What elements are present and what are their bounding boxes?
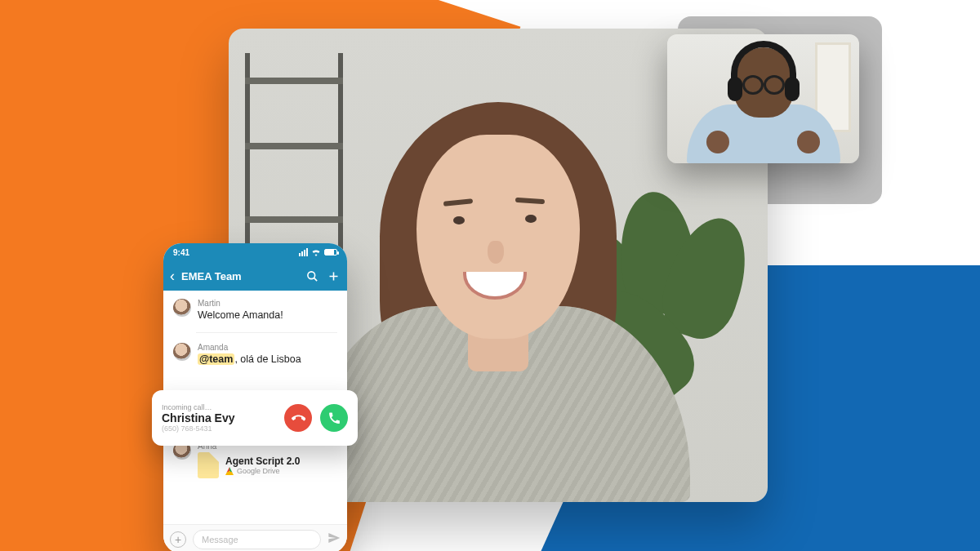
attach-button[interactable]: + xyxy=(170,531,186,548)
message-row: Anna Agent Script 2.0 Google Drive xyxy=(173,442,337,478)
message-text: @team, olá de Lisboa xyxy=(198,353,337,365)
message-sender: Amanda xyxy=(198,343,337,352)
incoming-call-label: Incoming call… xyxy=(162,403,276,411)
video-pip-tile[interactable] xyxy=(667,34,859,163)
battery-icon xyxy=(324,249,337,256)
add-icon[interactable] xyxy=(326,269,341,283)
file-source: Google Drive xyxy=(237,467,280,475)
avatar xyxy=(173,299,191,317)
message-text: Welcome Amanda! xyxy=(198,309,337,321)
mention-chip[interactable]: @team xyxy=(198,353,234,365)
search-icon[interactable] xyxy=(305,269,319,283)
divider xyxy=(196,332,337,333)
back-button[interactable]: ‹ xyxy=(170,269,175,283)
decline-call-button[interactable] xyxy=(284,404,312,432)
send-button[interactable] xyxy=(327,531,341,548)
signal-icon xyxy=(299,248,308,256)
chat-navbar: ‹ EMEA Team xyxy=(163,261,347,291)
message-composer: + Message xyxy=(163,524,347,551)
wifi-icon xyxy=(311,249,321,256)
file-title: Agent Script 2.0 xyxy=(225,455,300,467)
file-icon xyxy=(198,452,219,478)
accept-call-button[interactable] xyxy=(320,404,348,432)
message-input[interactable]: Message xyxy=(193,530,321,549)
avatar xyxy=(173,343,191,361)
status-bar: 9:41 xyxy=(163,243,347,261)
svg-point-0 xyxy=(307,271,314,278)
incoming-call-name: Christina Evy xyxy=(162,411,276,424)
message-row: Martin Welcome Amanda! xyxy=(173,299,337,321)
incoming-call-number: (650) 768-5431 xyxy=(162,424,276,433)
google-drive-icon xyxy=(225,467,234,475)
file-attachment[interactable]: Agent Script 2.0 Google Drive xyxy=(198,452,337,478)
svg-line-1 xyxy=(314,278,317,281)
message-sender: Martin xyxy=(198,299,337,308)
status-time: 9:41 xyxy=(173,248,189,257)
chat-title: EMEA Team xyxy=(181,270,298,282)
message-row: Amanda @team, olá de Lisboa xyxy=(173,343,337,365)
incoming-call-card: Incoming call… Christina Evy (650) 768-5… xyxy=(152,390,358,446)
